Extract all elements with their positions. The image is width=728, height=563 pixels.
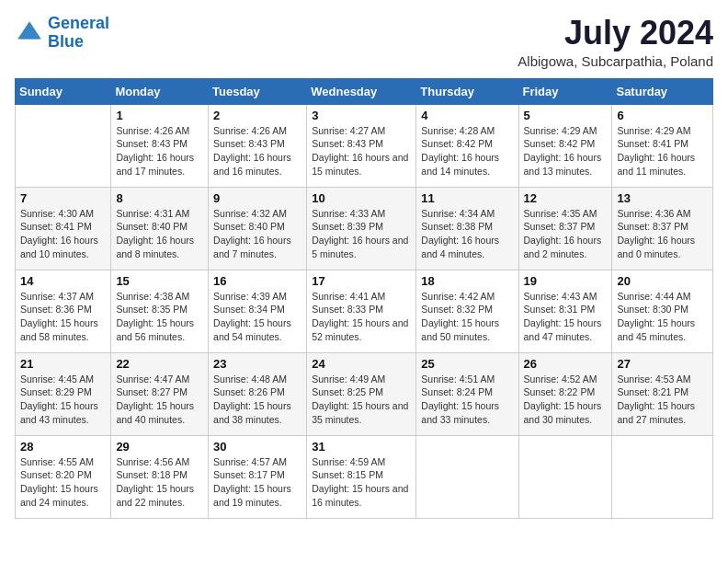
calendar-cell: 4Sunrise: 4:28 AMSunset: 8:42 PMDaylight…: [416, 104, 518, 187]
day-info: Sunrise: 4:59 AMSunset: 8:15 PMDaylight:…: [312, 455, 411, 510]
calendar-cell: 21Sunrise: 4:45 AMSunset: 8:29 PMDayligh…: [16, 352, 111, 435]
day-info: Sunrise: 4:41 AMSunset: 8:33 PMDaylight:…: [312, 290, 411, 344]
location: Albigowa, Subcarpathia, Poland: [518, 53, 713, 69]
calendar-cell: 9Sunrise: 4:32 AMSunset: 8:40 PMDaylight…: [209, 187, 307, 270]
week-row-4: 21Sunrise: 4:45 AMSunset: 8:29 PMDayligh…: [16, 352, 713, 435]
day-number: 8: [116, 191, 203, 205]
calendar-cell: 20Sunrise: 4:44 AMSunset: 8:30 PMDayligh…: [612, 270, 713, 352]
day-number: 6: [617, 109, 708, 122]
logo-icon: [15, 18, 44, 48]
day-number: 12: [524, 191, 608, 205]
day-info: Sunrise: 4:39 AMSunset: 8:34 PMDaylight:…: [213, 290, 301, 344]
month-year: July 2024: [518, 15, 713, 52]
logo: General Blue: [15, 15, 109, 52]
day-number: 21: [20, 357, 106, 371]
day-info: Sunrise: 4:26 AMSunset: 8:43 PMDaylight:…: [213, 124, 301, 178]
calendar-cell: 14Sunrise: 4:37 AMSunset: 8:36 PMDayligh…: [16, 270, 111, 352]
calendar-cell: 16Sunrise: 4:39 AMSunset: 8:34 PMDayligh…: [209, 270, 307, 352]
day-info: Sunrise: 4:38 AMSunset: 8:35 PMDaylight:…: [116, 290, 203, 344]
day-number: 25: [421, 357, 513, 371]
day-number: 15: [116, 274, 203, 288]
title-block: July 2024 Albigowa, Subcarpathia, Poland: [518, 15, 713, 69]
weekday-header-monday: Monday: [111, 78, 209, 104]
day-info: Sunrise: 4:51 AMSunset: 8:24 PMDaylight:…: [421, 373, 513, 427]
calendar-cell: [612, 435, 713, 518]
calendar-cell: 13Sunrise: 4:36 AMSunset: 8:37 PMDayligh…: [612, 187, 713, 270]
day-number: 1: [116, 109, 203, 122]
day-number: 4: [421, 109, 513, 122]
weekday-header-wednesday: Wednesday: [307, 78, 416, 104]
day-number: 10: [312, 191, 411, 205]
day-info: Sunrise: 4:47 AMSunset: 8:27 PMDaylight:…: [116, 373, 203, 427]
day-number: 20: [617, 274, 708, 288]
day-number: 17: [312, 274, 411, 288]
day-info: Sunrise: 4:28 AMSunset: 8:42 PMDaylight:…: [421, 124, 513, 178]
day-info: Sunrise: 4:32 AMSunset: 8:40 PMDaylight:…: [213, 207, 301, 261]
calendar-cell: 27Sunrise: 4:53 AMSunset: 8:21 PMDayligh…: [612, 352, 713, 435]
day-number: 14: [20, 274, 106, 288]
day-number: 11: [421, 191, 513, 205]
calendar-cell: 30Sunrise: 4:57 AMSunset: 8:17 PMDayligh…: [209, 435, 307, 518]
weekday-header-sunday: Sunday: [16, 78, 111, 104]
day-info: Sunrise: 4:57 AMSunset: 8:17 PMDaylight:…: [213, 455, 301, 510]
day-number: 28: [20, 440, 106, 454]
calendar-cell: 1Sunrise: 4:26 AMSunset: 8:43 PMDaylight…: [111, 104, 209, 187]
day-info: Sunrise: 4:49 AMSunset: 8:25 PMDaylight:…: [312, 373, 411, 427]
day-info: Sunrise: 4:43 AMSunset: 8:31 PMDaylight:…: [524, 290, 608, 344]
calendar-cell: 22Sunrise: 4:47 AMSunset: 8:27 PMDayligh…: [111, 352, 209, 435]
calendar-table: SundayMondayTuesdayWednesdayThursdayFrid…: [15, 78, 713, 519]
day-info: Sunrise: 4:35 AMSunset: 8:37 PMDaylight:…: [524, 207, 608, 261]
day-info: Sunrise: 4:52 AMSunset: 8:22 PMDaylight:…: [524, 373, 608, 427]
day-number: 22: [116, 357, 203, 371]
day-info: Sunrise: 4:26 AMSunset: 8:43 PMDaylight:…: [116, 124, 203, 178]
day-number: 26: [524, 357, 608, 371]
calendar-cell: [518, 435, 612, 518]
calendar-cell: 12Sunrise: 4:35 AMSunset: 8:37 PMDayligh…: [518, 187, 612, 270]
day-number: 19: [524, 274, 608, 288]
calendar-cell: 28Sunrise: 4:55 AMSunset: 8:20 PMDayligh…: [16, 435, 111, 518]
weekday-header-tuesday: Tuesday: [209, 78, 307, 104]
day-info: Sunrise: 4:31 AMSunset: 8:40 PMDaylight:…: [116, 207, 203, 261]
day-number: 13: [617, 191, 708, 205]
day-number: 3: [312, 109, 411, 122]
day-number: 23: [213, 357, 301, 371]
calendar-cell: 6Sunrise: 4:29 AMSunset: 8:41 PMDaylight…: [612, 104, 713, 187]
day-number: 24: [312, 357, 411, 371]
day-info: Sunrise: 4:34 AMSunset: 8:38 PMDaylight:…: [421, 207, 513, 261]
day-number: 29: [116, 440, 203, 454]
day-info: Sunrise: 4:42 AMSunset: 8:32 PMDaylight:…: [421, 290, 513, 344]
week-row-2: 7Sunrise: 4:30 AMSunset: 8:41 PMDaylight…: [16, 187, 713, 270]
page-header: General Blue July 2024 Albigowa, Subcarp…: [15, 15, 713, 69]
calendar-cell: 29Sunrise: 4:56 AMSunset: 8:18 PMDayligh…: [111, 435, 209, 518]
day-info: Sunrise: 4:53 AMSunset: 8:21 PMDaylight:…: [617, 373, 708, 427]
day-info: Sunrise: 4:33 AMSunset: 8:39 PMDaylight:…: [312, 207, 411, 261]
weekday-header-thursday: Thursday: [416, 78, 518, 104]
calendar-cell: 7Sunrise: 4:30 AMSunset: 8:41 PMDaylight…: [16, 187, 111, 270]
calendar-cell: 31Sunrise: 4:59 AMSunset: 8:15 PMDayligh…: [307, 435, 416, 518]
day-number: 7: [20, 191, 106, 205]
day-number: 16: [213, 274, 301, 288]
logo-line1: General: [48, 14, 109, 32]
day-info: Sunrise: 4:27 AMSunset: 8:43 PMDaylight:…: [312, 124, 411, 178]
day-number: 9: [213, 191, 301, 205]
day-number: 2: [213, 109, 301, 122]
calendar-cell: [16, 104, 111, 187]
day-info: Sunrise: 4:55 AMSunset: 8:20 PMDaylight:…: [20, 455, 106, 510]
calendar-cell: 11Sunrise: 4:34 AMSunset: 8:38 PMDayligh…: [416, 187, 518, 270]
day-info: Sunrise: 4:44 AMSunset: 8:30 PMDaylight:…: [617, 290, 708, 344]
day-info: Sunrise: 4:29 AMSunset: 8:42 PMDaylight:…: [524, 124, 608, 178]
calendar-cell: 2Sunrise: 4:26 AMSunset: 8:43 PMDaylight…: [209, 104, 307, 187]
weekday-header-row: SundayMondayTuesdayWednesdayThursdayFrid…: [16, 78, 713, 104]
day-info: Sunrise: 4:36 AMSunset: 8:37 PMDaylight:…: [617, 207, 708, 261]
day-info: Sunrise: 4:37 AMSunset: 8:36 PMDaylight:…: [20, 290, 106, 344]
day-number: 18: [421, 274, 513, 288]
logo-text: General Blue: [48, 15, 109, 52]
logo-line2: Blue: [48, 32, 84, 51]
calendar-cell: 3Sunrise: 4:27 AMSunset: 8:43 PMDaylight…: [307, 104, 416, 187]
day-info: Sunrise: 4:45 AMSunset: 8:29 PMDaylight:…: [20, 373, 106, 427]
calendar-cell: [416, 435, 518, 518]
day-info: Sunrise: 4:56 AMSunset: 8:18 PMDaylight:…: [116, 455, 203, 510]
day-number: 30: [213, 440, 301, 454]
calendar-cell: 15Sunrise: 4:38 AMSunset: 8:35 PMDayligh…: [111, 270, 209, 352]
calendar-cell: 8Sunrise: 4:31 AMSunset: 8:40 PMDaylight…: [111, 187, 209, 270]
